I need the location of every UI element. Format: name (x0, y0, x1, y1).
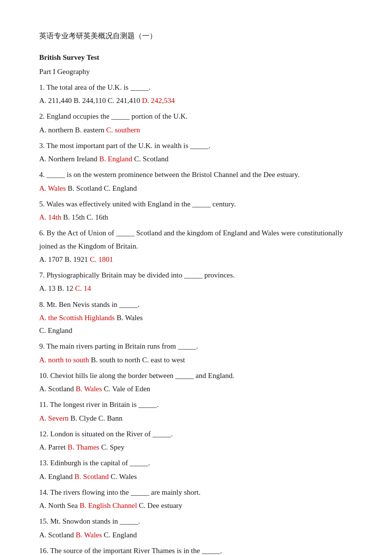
question-block: 2. England occupies the _____ portion of… (39, 110, 353, 136)
question-block: 10. Cheviot hills lie along the border b… (39, 369, 353, 396)
answer-option: B. Scotland (74, 473, 111, 480)
question-block: 3. The most important part of the U.K. i… (39, 139, 353, 166)
question-block: 12. London is situated on the River of _… (39, 428, 353, 454)
question-text: 11. The longest river in Britain is ____… (39, 398, 353, 411)
answer-options: A. 13 B. 12 C. 14 (39, 282, 353, 295)
question-block: 4. _____ is on the western prominence be… (39, 168, 353, 195)
answer-options: A. England B. Scotland C. Wales (39, 470, 353, 483)
answer-options: A. 211,440 B. 244,110 C. 241,410 D. 242,… (39, 94, 353, 107)
answer-option: A. north to south (39, 356, 91, 364)
answer-option: B. English Channel (80, 502, 139, 509)
answer-option: C. Spey (101, 443, 124, 451)
answer-option: B. 15th (63, 213, 87, 221)
question-block: 13. Edinburgh is the capital of _____.A.… (39, 456, 353, 483)
question-text: 10. Cheviot hills lie along the border b… (39, 369, 353, 382)
answer-option: C. southern (106, 126, 140, 134)
question-text: 4. _____ is on the western prominence be… (39, 168, 353, 181)
answer-option: B. Wales (76, 385, 104, 393)
answer-options: A. 1707 B. 1921 C. 1801 (39, 253, 353, 266)
question-text: 2. England occupies the _____ portion of… (39, 110, 353, 123)
answer-option: C. Scotland (134, 155, 169, 163)
question-text: 16. The source of the important River Th… (39, 544, 353, 555)
question-block: 6. By the Act of Union of _____ Scotland… (39, 227, 353, 266)
answer-option: B. south to north (91, 356, 142, 364)
question-text: 5. Wales was effectively united with Eng… (39, 198, 353, 210)
section-title: British Survey Test (39, 51, 353, 64)
answer-options: A. Northern Ireland B. England C. Scotla… (39, 152, 353, 165)
question-block: 16. The source of the important River Th… (39, 544, 353, 555)
answer-options: A. Severn B. Clyde C. Bann (39, 412, 353, 425)
question-text: 3. The most important part of the U.K. i… (39, 139, 353, 152)
question-block: 11. The longest river in Britain is ____… (39, 398, 353, 425)
answer-option: C. Dee estuary (139, 502, 182, 509)
question-text: 7. Physiographically Britain may be divi… (39, 269, 353, 281)
answer-option: C. Bann (98, 414, 122, 422)
answer-option: A. Wales (39, 184, 68, 192)
question-text: 8. Mt. Ben Nevis stands in _____. (39, 298, 353, 311)
answer-option: C. 14 (75, 284, 91, 292)
answer-option: B. Thames (68, 443, 101, 451)
answer-option: A. Severn (39, 414, 71, 422)
page-title: 英语专业考研英美概况自测题（一） (39, 29, 353, 42)
question-block: 7. Physiographically Britain may be divi… (39, 269, 353, 295)
question-text: 12. London is situated on the River of _… (39, 428, 353, 440)
answer-option: C. 1801 (90, 255, 113, 263)
answer-option: A. Scotland (39, 531, 76, 539)
question-text: 1. The total area of the U.K. is _____. (39, 81, 353, 94)
answer-option: C. east to west (142, 356, 185, 364)
question-text: 9. The main rivers parting in Britain ru… (39, 340, 353, 353)
answer-options: A. North Sea B. English Channel C. Dee e… (39, 499, 353, 512)
question-text: 14. The rivers flowing into the _____ ar… (39, 486, 353, 499)
question-text: 6. By the Act of Union of _____ Scotland… (39, 227, 353, 252)
answer-option: C. England (104, 184, 137, 192)
answer-option: C. Wales (111, 473, 137, 480)
answer-option: B. Wales (117, 314, 143, 322)
answer-option: A. Northern Ireland (39, 155, 99, 163)
question-text: 13. Edinburgh is the capital of _____. (39, 456, 353, 469)
question-text: 15. Mt. Snowdon stands in _____. (39, 515, 353, 528)
answer-option: C. England (39, 327, 73, 334)
answer-option: A. Parret (39, 443, 68, 451)
answer-option: A. 211,440 (39, 97, 74, 104)
answer-options: A. the Scottish Highlands B. WalesC. Eng… (39, 311, 353, 337)
answer-option: A. 14th (39, 213, 63, 221)
answer-option: B. England (99, 155, 134, 163)
answer-option: D. 242,534 (142, 97, 175, 104)
answer-options: A. Scotland B. Wales C. England (39, 529, 353, 541)
answer-option: B. eastern (75, 126, 106, 134)
answer-options: A. Scotland B. Wales C. Vale of Eden (39, 382, 353, 395)
answer-option: B. Clyde (71, 414, 98, 422)
answer-option: A. the Scottish Highlands (39, 314, 117, 322)
answer-option: B. 244,110 (74, 97, 107, 104)
answer-options: A. 14th B. 15th C. 16th (39, 211, 353, 224)
answer-options: A. Wales B. Scotland C. England (39, 182, 353, 195)
question-block: 8. Mt. Ben Nevis stands in _____.A. the … (39, 298, 353, 337)
answer-option: B. 1921 (65, 255, 90, 263)
answer-option: A. North Sea (39, 502, 80, 509)
question-block: 5. Wales was effectively united with Eng… (39, 198, 353, 224)
answer-option: C. Vale of Eden (104, 385, 150, 393)
answer-option: B. Scotland (68, 184, 104, 192)
answer-option: C. England (104, 531, 137, 539)
questions-container: 1. The total area of the U.K. is _____.A… (39, 81, 353, 555)
answer-options: A. northern B. eastern C. southern (39, 124, 353, 136)
question-block: 15. Mt. Snowdon stands in _____.A. Scotl… (39, 515, 353, 541)
answer-option: B. Wales (76, 531, 104, 539)
answer-option: A. northern (39, 126, 75, 134)
answer-options: A. north to south B. south to north C. e… (39, 353, 353, 366)
question-block: 1. The total area of the U.K. is _____.A… (39, 81, 353, 107)
answer-options: A. Parret B. Thames C. Spey (39, 441, 353, 454)
answer-option: C. 241,410 (108, 97, 142, 104)
question-block: 14. The rivers flowing into the _____ ar… (39, 486, 353, 512)
question-block: 9. The main rivers parting in Britain ru… (39, 340, 353, 366)
answer-option: B. 12 (57, 284, 75, 292)
part-title: Part I Geography (39, 65, 353, 78)
answer-option: A. Scotland (39, 385, 76, 393)
answer-option: A. 13 (39, 284, 57, 292)
answer-option: A. England (39, 473, 74, 480)
answer-option: C. 16th (87, 213, 108, 221)
answer-option: A. 1707 (39, 255, 65, 263)
